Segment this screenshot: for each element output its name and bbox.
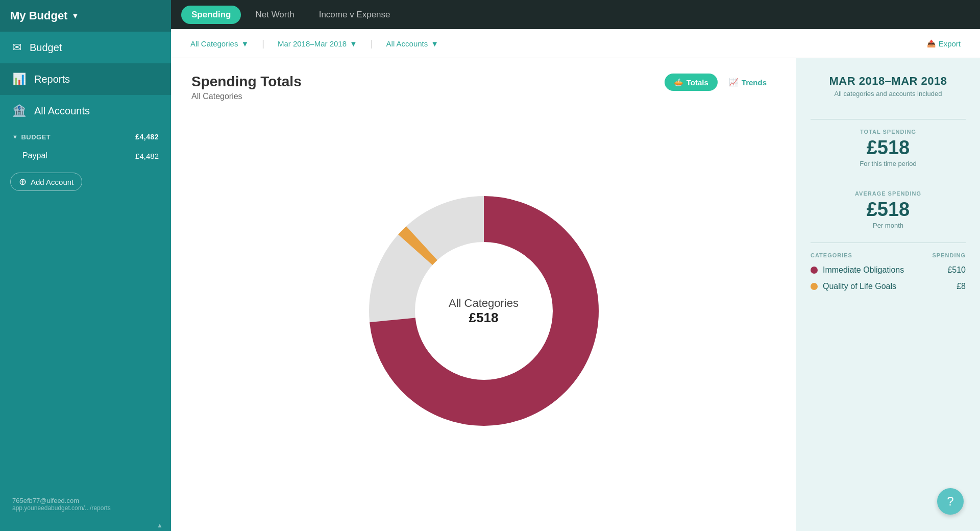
rp-categories-col-label: CATEGORIES [811,252,852,258]
rp-category-immediate-left: Immediate Obligations [811,266,904,275]
chart-header: Spending Totals All Categories 🥧 Totals … [191,74,776,101]
all-accounts-icon: 🏦 [12,104,26,117]
rp-quality-dot [811,283,818,290]
date-range-filter-label: Mar 2018–Mar 2018 [278,39,347,48]
rp-immediate-name: Immediate Obligations [823,266,904,275]
rp-total-spending-label: TOTAL SPENDING [811,129,966,135]
topnav-spending-label: Spending [191,10,231,19]
rp-divider-1 [811,119,966,119]
rp-date-range: MAR 2018–MAR 2018 [811,75,966,88]
account-paypal[interactable]: Paypal £4,482 [0,147,171,164]
rp-divider-2 [811,181,966,181]
filter-bar: All Categories ▼ | Mar 2018–Mar 2018 ▼ |… [171,29,980,58]
categories-filter-label: All Categories [190,39,238,48]
sidebar-footer: 765efb77@uifeed.com app.youneedabudget.c… [0,489,171,520]
rp-avg-spending-amount: £518 [811,199,966,221]
sidebar-item-reports-label: Reports [34,74,70,85]
rp-immediate-dot [811,267,818,274]
rp-avg-spending-label: AVERAGE SPENDING [811,190,966,197]
help-icon: ? [947,494,953,509]
donut-wrap: All Categories £518 [351,178,617,444]
sidebar-scroll-indicator: ▲ [0,520,171,531]
sidebar: My Budget ▼ ✉ Budget 📊 Reports 🏦 All Acc… [0,0,171,531]
export-label: Export [939,39,961,48]
rp-category-quality-left: Quality of Life Goals [811,282,896,291]
filter-separator-2: | [371,38,373,49]
topnav-net-worth-label: Net Worth [255,10,294,19]
chart-toggle: 🥧 Totals 📈 Trends [665,74,776,91]
app-title-chevron[interactable]: ▼ [71,12,79,20]
topnav-income-expense[interactable]: Income v Expense [309,6,401,24]
top-nav: Spending Net Worth Income v Expense [171,0,980,29]
topnav-net-worth[interactable]: Net Worth [245,6,304,24]
sidebar-header: My Budget ▼ [0,0,171,32]
right-panel: MAR 2018–MAR 2018 All categories and acc… [796,58,980,531]
app-title: My Budget [10,9,67,22]
chart-area: Spending Totals All Categories 🥧 Totals … [171,58,796,531]
budget-section-header: ▼ BUDGET £4,482 [0,127,171,147]
help-fab-button[interactable]: ? [937,488,964,515]
donut-center-label: All Categories £518 [449,297,519,326]
sidebar-item-all-accounts-label: All Accounts [34,105,90,117]
chart-subtitle: All Categories [191,92,302,101]
accounts-filter-label: All Accounts [386,39,428,48]
add-account-button[interactable]: ⊕ Add Account [10,173,82,191]
sidebar-item-reports[interactable]: 📊 Reports [0,63,171,95]
rp-category-row-immediate: Immediate Obligations £510 [811,266,966,275]
add-account-label: Add Account [31,178,74,186]
rp-total-spending-amount: £518 [811,137,966,159]
account-paypal-name: Paypal [22,151,47,160]
rp-date-subtitle: All categories and accounts included [811,90,966,98]
rp-categories-header: CATEGORIES SPENDING [811,252,966,258]
budget-section-chevron: ▼ [12,134,18,140]
sidebar-item-budget-label: Budget [30,42,62,54]
rp-divider-3 [811,243,966,243]
rp-immediate-amount: £510 [947,266,966,275]
filter-separator-1: | [262,38,264,49]
accounts-filter[interactable]: All Accounts ▼ [379,36,446,51]
chart-title: Spending Totals [191,74,302,90]
accounts-chevron-icon: ▼ [431,39,438,48]
add-account-plus-icon: ⊕ [19,177,27,186]
toggle-trends-label: Trends [742,78,767,87]
budget-section-amount: £4,482 [135,133,159,141]
donut-chart-container: All Categories £518 [191,106,776,516]
scroll-up-icon[interactable]: ▲ [157,522,163,529]
date-range-filter[interactable]: Mar 2018–Mar 2018 ▼ [271,36,364,51]
categories-filter[interactable]: All Categories ▼ [183,36,256,51]
rp-avg-spending-note: Per month [811,222,966,229]
trends-chart-icon: 📈 [729,78,739,87]
date-range-chevron-icon: ▼ [350,39,357,48]
content-area: Spending Totals All Categories 🥧 Totals … [171,58,980,531]
donut-center-category: All Categories [449,297,519,310]
rp-spending-col-label: SPENDING [933,252,966,258]
footer-url: app.youneedabudget.com/.../reports [12,504,159,512]
donut-center-value: £518 [449,310,519,326]
reports-icon: 📊 [12,73,26,86]
toggle-totals-button[interactable]: 🥧 Totals [665,74,718,91]
budget-section-label: BUDGET [21,133,51,141]
categories-chevron-icon: ▼ [241,39,249,48]
toggle-totals-label: Totals [687,78,708,87]
totals-chart-icon: 🥧 [674,78,683,87]
rp-quality-amount: £8 [957,282,966,291]
rp-category-row-quality: Quality of Life Goals £8 [811,282,966,291]
sidebar-item-budget[interactable]: ✉ Budget [0,32,171,63]
topnav-income-expense-label: Income v Expense [319,10,390,19]
export-icon: 📤 [927,39,936,47]
export-button[interactable]: 📤 Export [920,36,968,51]
topnav-spending[interactable]: Spending [181,6,241,24]
budget-icon: ✉ [12,41,21,54]
toggle-trends-button[interactable]: 📈 Trends [720,74,776,91]
rp-total-spending-note: For this time period [811,160,966,167]
account-paypal-amount: £4,482 [135,152,159,160]
main-area: Spending Net Worth Income v Expense All … [171,0,980,531]
rp-quality-name: Quality of Life Goals [823,282,896,291]
footer-email: 765efb77@uifeed.com [12,497,159,504]
sidebar-item-all-accounts[interactable]: 🏦 All Accounts [0,95,171,127]
